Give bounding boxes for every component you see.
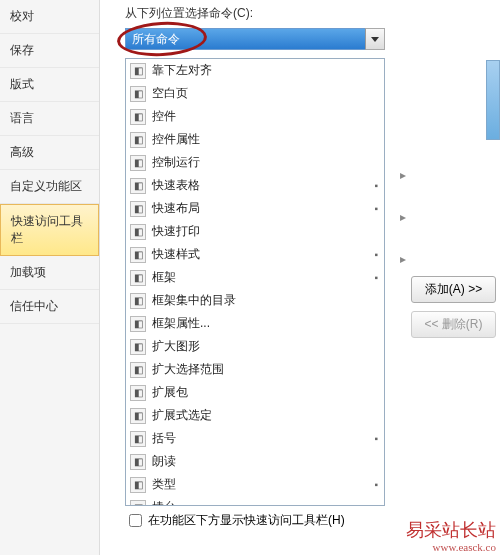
chevron-right-icon: ▪: [374, 203, 380, 214]
list-item-label: 快速布局: [152, 200, 200, 217]
list-item-label: 框架属性...: [152, 315, 210, 332]
list-item-label: 框架集中的目录: [152, 292, 236, 309]
list-item-label: 快速样式: [152, 246, 200, 263]
arrow-icon: ▸: [400, 252, 412, 266]
list-item[interactable]: ◧扩大图形: [126, 335, 384, 358]
list-item-label: 朗读: [152, 453, 176, 470]
list-item-label: 快速表格: [152, 177, 200, 194]
chevron-right-icon: ▪: [374, 180, 380, 191]
list-item-label: 空白页: [152, 85, 188, 102]
list-item[interactable]: ◧括号▪: [126, 427, 384, 450]
remove-button[interactable]: << 删除(R): [411, 311, 496, 338]
type-icon: ◧: [130, 477, 146, 493]
brace-icon: ◧: [130, 431, 146, 447]
list-item[interactable]: ◧空白页: [126, 82, 384, 105]
sidebar: 校对 保存 版式 语言 高级 自定义功能区 快速访问工具栏 加载项 信任中心: [0, 0, 100, 555]
list-item[interactable]: ◧朗读: [126, 450, 384, 473]
watermark: 易采站长站 www.easck.co: [406, 521, 496, 553]
page-icon: ◧: [130, 86, 146, 102]
sidebar-item-customize-ribbon[interactable]: 自定义功能区: [0, 170, 99, 204]
list-item-label: 框架: [152, 269, 176, 286]
list-item-label: 扩展式选定: [152, 407, 212, 424]
speak-icon: ◧: [130, 454, 146, 470]
list-item[interactable]: ◧控制运行: [126, 151, 384, 174]
list-item[interactable]: ◧框架属性...: [126, 312, 384, 335]
list-item-label: 扩大选择范围: [152, 361, 224, 378]
run-icon: ◧: [130, 155, 146, 171]
sidebar-item-trust-center[interactable]: 信任中心: [0, 290, 99, 324]
fprop-icon: ◧: [130, 316, 146, 332]
sidebar-item-layout[interactable]: 版式: [0, 68, 99, 102]
prism-icon: ◧: [130, 500, 146, 507]
list-item[interactable]: ◧扩展包: [126, 381, 384, 404]
list-item[interactable]: ◧控件属性: [126, 128, 384, 151]
align-icon: ◧: [130, 63, 146, 79]
list-item-label: 类型: [152, 476, 176, 493]
prop-icon: ◧: [130, 132, 146, 148]
list-item[interactable]: ◧类型▪: [126, 473, 384, 496]
list-item[interactable]: ◧快速表格▪: [126, 174, 384, 197]
pkg-icon: ◧: [130, 385, 146, 401]
sidebar-item-save[interactable]: 保存: [0, 34, 99, 68]
action-buttons-panel: 添加(A) >> << 删除(R): [405, 270, 500, 352]
list-item[interactable]: ◧快速布局▪: [126, 197, 384, 220]
list-item[interactable]: ◧框架集中的目录: [126, 289, 384, 312]
list-item[interactable]: ◧扩大选择范围: [126, 358, 384, 381]
list-item-label: 控制运行: [152, 154, 200, 171]
list-item-label: 棱台: [152, 499, 176, 506]
sidebar-item-language[interactable]: 语言: [0, 102, 99, 136]
arrow-icon: ▸: [400, 210, 412, 224]
watermark-url: www.easck.co: [406, 541, 496, 553]
show-below-ribbon-checkbox[interactable]: [129, 514, 142, 527]
list-item-label: 扩大图形: [152, 338, 200, 355]
commands-listbox[interactable]: ◧靠下左对齐◧空白页◧控件◧控件属性◧控制运行◧快速表格▪◧快速布局▪◧快速打印…: [125, 58, 385, 506]
layout-icon: ◧: [130, 201, 146, 217]
sidebar-item-advanced[interactable]: 高级: [0, 136, 99, 170]
add-button[interactable]: 添加(A) >>: [411, 276, 496, 303]
print-icon: ◧: [130, 224, 146, 240]
watermark-text: 易采站长站: [406, 521, 496, 541]
frame-icon: ◧: [130, 270, 146, 286]
list-item[interactable]: ◧靠下左对齐: [126, 59, 384, 82]
list-item[interactable]: ◧棱台▪: [126, 496, 384, 506]
ctrl-icon: ◧: [130, 109, 146, 125]
list-item-label: 控件属性: [152, 131, 200, 148]
list-item-label: 括号: [152, 430, 176, 447]
sidebar-item-addins[interactable]: 加载项: [0, 256, 99, 290]
table-icon: ◧: [130, 178, 146, 194]
sel-icon: ◧: [130, 362, 146, 378]
list-item-label: 扩展包: [152, 384, 188, 401]
chevron-right-icon: ▪: [374, 433, 380, 444]
style-icon: ◧: [130, 247, 146, 263]
chevron-right-icon: ▪: [374, 479, 380, 490]
list-item-label: 快速打印: [152, 223, 200, 240]
list-item[interactable]: ◧控件: [126, 105, 384, 128]
list-item[interactable]: ◧扩展式选定: [126, 404, 384, 427]
choose-commands-label: 从下列位置选择命令(C):: [125, 5, 500, 22]
list-item[interactable]: ◧快速样式▪: [126, 243, 384, 266]
list-item[interactable]: ◧框架▪: [126, 266, 384, 289]
commands-dropdown[interactable]: 所有命令: [125, 28, 385, 50]
commands-dropdown-wrap: 所有命令: [125, 28, 385, 50]
extsel-icon: ◧: [130, 408, 146, 424]
sidebar-item-quick-access[interactable]: 快速访问工具栏: [0, 204, 99, 256]
dropdown-toggle-button[interactable]: [365, 28, 385, 50]
chevron-right-icon: ▪: [374, 249, 380, 260]
chevron-right-icon: ▪: [374, 502, 380, 506]
right-decoration: [486, 60, 500, 140]
toc-icon: ◧: [130, 293, 146, 309]
list-item-label: 靠下左对齐: [152, 62, 212, 79]
chevron-right-icon: ▪: [374, 272, 380, 283]
arrow-icon: ▸: [400, 168, 412, 182]
list-item[interactable]: ◧快速打印: [126, 220, 384, 243]
dropdown-value: 所有命令: [132, 32, 180, 46]
show-below-ribbon-label: 在功能区下方显示快速访问工具栏(H): [148, 512, 345, 529]
list-item-label: 控件: [152, 108, 176, 125]
zoom-icon: ◧: [130, 339, 146, 355]
sidebar-item-proofing[interactable]: 校对: [0, 0, 99, 34]
